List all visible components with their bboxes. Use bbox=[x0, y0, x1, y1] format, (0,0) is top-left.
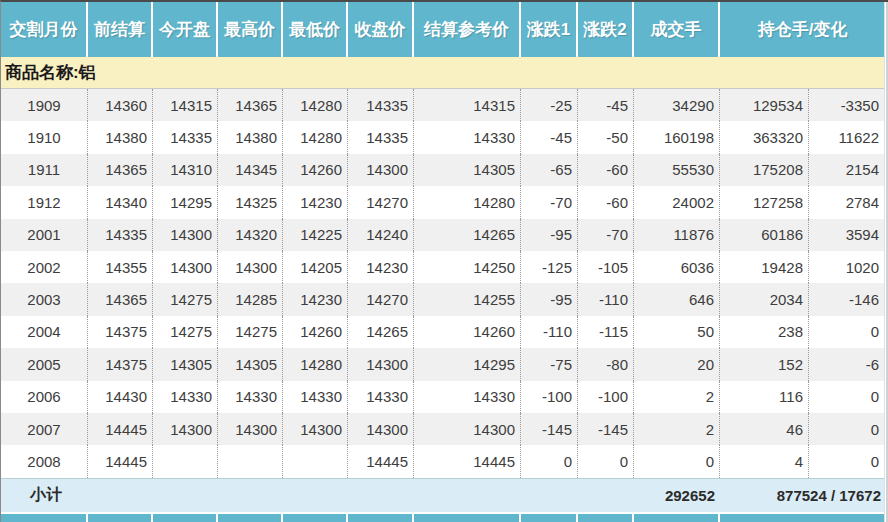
next-header-cell bbox=[634, 514, 720, 522]
next-header-cell bbox=[521, 514, 578, 522]
cell-change2: -110 bbox=[578, 283, 634, 315]
table-row[interactable]: 2008 14445 14445 14445 0 0 0 4 0 bbox=[1, 445, 885, 477]
table-row[interactable]: 2007 14445 14300 14300 14300 14300 14300… bbox=[1, 413, 885, 445]
scrollbar-track[interactable] bbox=[884, 2, 888, 522]
cell-low: 14280 bbox=[283, 121, 348, 153]
cell-open: 14300 bbox=[153, 219, 218, 251]
cell-open-interest: 60186 bbox=[720, 219, 809, 251]
cell-close: 14240 bbox=[348, 219, 414, 251]
table-row[interactable]: 2004 14375 14275 14275 14260 14265 14260… bbox=[1, 316, 885, 348]
col-header-high: 最高价 bbox=[218, 2, 283, 57]
table-row[interactable]: 2001 14335 14300 14320 14225 14240 14265… bbox=[1, 219, 885, 251]
cell-change1: -145 bbox=[521, 413, 578, 445]
cell-change1: -100 bbox=[521, 381, 578, 413]
cell-change1: -70 bbox=[521, 186, 578, 218]
subtotal-open-interest-change: 877524 / 17672 bbox=[720, 479, 885, 512]
next-header-cell bbox=[88, 514, 153, 522]
cell-low: 14205 bbox=[283, 251, 348, 283]
table-row[interactable]: 1909 14360 14315 14365 14280 14335 14315… bbox=[1, 89, 885, 121]
cell-oi-change: -146 bbox=[809, 283, 885, 315]
cell-high: 14330 bbox=[218, 381, 283, 413]
cell-open-interest: 152 bbox=[720, 348, 809, 380]
cell-low bbox=[283, 445, 348, 477]
col-header-open: 今开盘 bbox=[153, 2, 218, 57]
cell-open-interest: 2034 bbox=[720, 283, 809, 315]
product-name-band: 商品名称:铝 bbox=[1, 57, 885, 89]
cell-oi-change: 0 bbox=[809, 381, 885, 413]
cell-change2: -115 bbox=[578, 316, 634, 348]
cell-oi-change: 1020 bbox=[809, 251, 885, 283]
cell-delivery-month: 2006 bbox=[1, 381, 88, 413]
cell-prev-settlement: 14380 bbox=[88, 121, 153, 153]
cell-open: 14300 bbox=[153, 251, 218, 283]
table-row[interactable]: 2003 14365 14275 14285 14230 14270 14255… bbox=[1, 283, 885, 315]
cell-open-interest: 175208 bbox=[720, 154, 809, 186]
subtotal-spacer bbox=[153, 479, 634, 512]
cell-settlement-ref: 14305 bbox=[414, 154, 521, 186]
cell-low: 14330 bbox=[283, 381, 348, 413]
cell-settlement-ref: 14300 bbox=[414, 413, 521, 445]
cell-high: 14365 bbox=[218, 89, 283, 121]
table-row[interactable]: 2002 14355 14300 14300 14205 14230 14250… bbox=[1, 251, 885, 283]
table-row[interactable]: 1912 14340 14295 14325 14230 14270 14280… bbox=[1, 186, 885, 218]
cell-high: 14325 bbox=[218, 186, 283, 218]
cell-low: 14260 bbox=[283, 154, 348, 186]
table-row[interactable]: 1910 14380 14335 14380 14280 14335 14330… bbox=[1, 121, 885, 153]
cell-change1: -125 bbox=[521, 251, 578, 283]
subtotal-label: 小计 bbox=[1, 479, 153, 512]
cell-volume: 2 bbox=[634, 413, 720, 445]
cell-delivery-month: 2002 bbox=[1, 251, 88, 283]
cell-oi-change: 0 bbox=[809, 413, 885, 445]
cell-settlement-ref: 14330 bbox=[414, 121, 521, 153]
cell-oi-change: 2154 bbox=[809, 154, 885, 186]
cell-change2: -60 bbox=[578, 186, 634, 218]
subtotal-volume: 292652 bbox=[634, 479, 720, 512]
table-row[interactable]: 2005 14375 14305 14305 14280 14300 14295… bbox=[1, 348, 885, 380]
cell-delivery-month: 2008 bbox=[1, 445, 88, 477]
cell-open: 14335 bbox=[153, 121, 218, 153]
cell-low: 14300 bbox=[283, 413, 348, 445]
cell-low: 14280 bbox=[283, 89, 348, 121]
cell-settlement-ref: 14330 bbox=[414, 381, 521, 413]
col-header-low: 最低价 bbox=[283, 2, 348, 57]
next-header-cell bbox=[283, 514, 348, 522]
cell-open: 14275 bbox=[153, 316, 218, 348]
col-header-open-interest-change: 持仓手/变化 bbox=[720, 2, 885, 57]
cell-volume: 50 bbox=[634, 316, 720, 348]
cell-change2: 0 bbox=[578, 445, 634, 477]
cell-low: 14280 bbox=[283, 348, 348, 380]
cell-prev-settlement: 14375 bbox=[88, 316, 153, 348]
cell-low: 14230 bbox=[283, 283, 348, 315]
col-header-settlement-ref: 结算参考价 bbox=[414, 2, 521, 57]
cell-change1: -65 bbox=[521, 154, 578, 186]
table-row[interactable]: 1911 14365 14310 14345 14260 14300 14305… bbox=[1, 154, 885, 186]
cell-open: 14315 bbox=[153, 89, 218, 121]
next-header-cell bbox=[414, 514, 521, 522]
futures-quote-table: 交割月份 前结算 今开盘 最高价 最低价 收盘价 结算参考价 涨跌1 涨跌2 成… bbox=[1, 2, 885, 522]
cell-volume: 34290 bbox=[634, 89, 720, 121]
cell-oi-change: -3350 bbox=[809, 89, 885, 121]
cell-delivery-month: 2001 bbox=[1, 219, 88, 251]
cell-prev-settlement: 14355 bbox=[88, 251, 153, 283]
table-row[interactable]: 2006 14430 14330 14330 14330 14330 14330… bbox=[1, 381, 885, 413]
cell-close: 14270 bbox=[348, 283, 414, 315]
cell-change2: -80 bbox=[578, 348, 634, 380]
cell-close: 14335 bbox=[348, 89, 414, 121]
cell-delivery-month: 2003 bbox=[1, 283, 88, 315]
cell-change1: -95 bbox=[521, 219, 578, 251]
cell-close: 14445 bbox=[348, 445, 414, 477]
cell-volume: 0 bbox=[634, 445, 720, 477]
cell-volume: 2 bbox=[634, 381, 720, 413]
col-header-change1: 涨跌1 bbox=[521, 2, 578, 57]
cell-delivery-month: 2004 bbox=[1, 316, 88, 348]
cell-open-interest: 129534 bbox=[720, 89, 809, 121]
next-header-cell bbox=[218, 514, 283, 522]
next-header-cell bbox=[153, 514, 218, 522]
cell-low: 14260 bbox=[283, 316, 348, 348]
cell-high: 14285 bbox=[218, 283, 283, 315]
cell-oi-change: -6 bbox=[809, 348, 885, 380]
cell-settlement-ref: 14295 bbox=[414, 348, 521, 380]
next-table-header-partial bbox=[1, 514, 885, 522]
subtotal-row: 小计 292652 877524 / 17672 bbox=[1, 478, 885, 512]
cell-high: 14345 bbox=[218, 154, 283, 186]
